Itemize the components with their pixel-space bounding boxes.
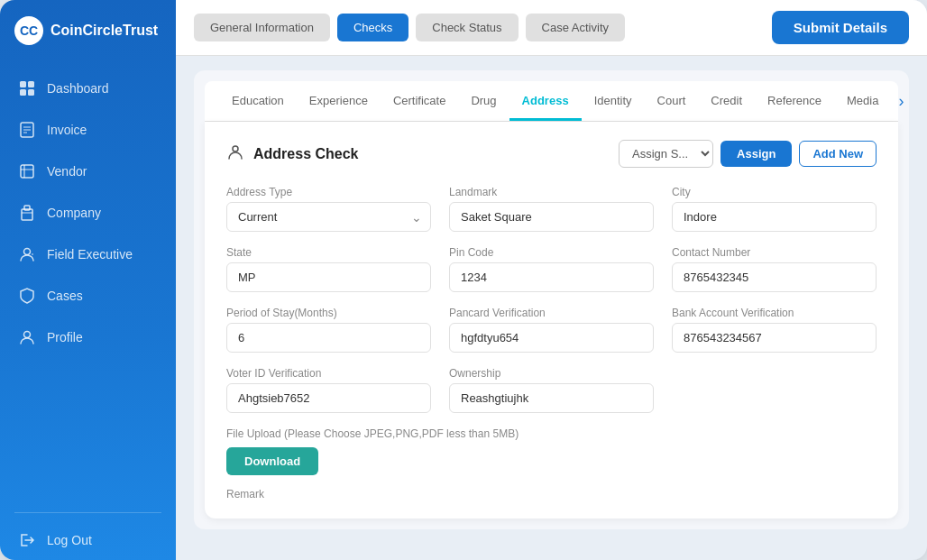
contact-number-input[interactable]	[672, 262, 877, 292]
address-type-arrow: ⌄	[411, 210, 422, 225]
page-area: Education Experience Certificate Drug Ad…	[176, 56, 927, 560]
tab-address[interactable]: Address	[509, 81, 582, 121]
pancard-verification-group: Pancard Verification	[449, 307, 654, 353]
svg-rect-8	[21, 165, 33, 178]
sidebar-item-label: Company	[47, 206, 101, 220]
sidebar-item-label: Invoice	[47, 123, 87, 137]
ownership-input[interactable]	[449, 383, 654, 413]
assign-select[interactable]: Assign S... Self Agent 1 Agent 2	[619, 140, 713, 168]
state-group: State	[226, 246, 431, 292]
sidebar: CC CoinCircleTrust Dashboard Invoice	[0, 0, 176, 560]
tab-experience[interactable]: Experience	[297, 81, 381, 121]
sidebar-item-field-executive[interactable]: Field Executive	[0, 234, 176, 274]
city-input[interactable]	[672, 202, 877, 232]
tab-reference[interactable]: Reference	[755, 81, 834, 121]
field-executive-icon	[18, 245, 36, 263]
pin-code-input[interactable]	[449, 262, 654, 292]
svg-point-14	[24, 249, 31, 255]
voter-id-verification-label: Voter ID Verification	[226, 367, 431, 380]
ownership-group: Ownership	[449, 367, 654, 413]
svg-rect-12	[24, 206, 30, 210]
pancard-verification-input[interactable]	[449, 323, 654, 353]
add-new-button[interactable]: Add New	[799, 141, 877, 167]
tab-check-status[interactable]: Check Status	[416, 14, 518, 41]
sidebar-item-label: Field Executive	[47, 247, 133, 262]
tab-checks[interactable]: Checks	[337, 14, 408, 41]
svg-rect-1	[28, 81, 34, 87]
svg-point-16	[24, 332, 31, 338]
profile-icon	[18, 328, 36, 346]
city-group: City	[672, 186, 877, 232]
sidebar-item-cases[interactable]: Cases	[0, 276, 176, 316]
checks-card-container: Education Experience Certificate Drug Ad…	[194, 70, 909, 529]
sidebar-item-vendor[interactable]: Vendor	[0, 151, 176, 191]
vendor-icon	[18, 162, 36, 180]
form-header: Address Check Assign S... Self Agent 1 A…	[226, 140, 877, 168]
sidebar-item-invoice[interactable]: Invoice	[0, 110, 176, 150]
chevron-right-button[interactable]: ›	[891, 88, 911, 115]
submit-details-button[interactable]: Submit Details	[772, 11, 909, 44]
tab-media[interactable]: Media	[834, 81, 891, 121]
invoice-icon	[18, 121, 36, 139]
pin-code-group: Pin Code	[449, 246, 654, 292]
contact-number-group: Contact Number	[672, 246, 877, 292]
sidebar-nav: Dashboard Invoice Vendor Company	[0, 61, 176, 505]
landmark-group: Landmark	[449, 186, 654, 232]
cases-icon	[18, 287, 36, 305]
form-card: Address Check Assign S... Self Agent 1 A…	[205, 122, 898, 519]
logout-label: Log Out	[47, 533, 92, 547]
logo-icon: CC	[14, 16, 43, 45]
sidebar-item-profile[interactable]: Profile	[0, 317, 176, 357]
main-content: General Information Checks Check Status …	[176, 0, 927, 560]
tab-identity[interactable]: Identity	[582, 81, 645, 121]
company-icon	[18, 204, 36, 222]
pancard-verification-label: Pancard Verification	[449, 307, 654, 319]
tab-court[interactable]: Court	[645, 81, 699, 121]
file-upload-label: File Upload (Please Choose JPEG,PNG,PDF …	[226, 427, 877, 440]
pin-code-label: Pin Code	[449, 246, 654, 259]
address-type-label: Address Type	[226, 186, 431, 198]
sidebar-item-dashboard[interactable]: Dashboard	[0, 69, 176, 108]
assign-button[interactable]: Assign	[720, 141, 792, 167]
remark-section: Remark	[226, 488, 877, 500]
contact-number-label: Contact Number	[672, 246, 877, 259]
bank-account-verification-group: Bank Account Verification	[672, 307, 877, 353]
check-tabs: Education Experience Certificate Drug Ad…	[205, 81, 898, 122]
state-label: State	[226, 246, 431, 259]
bank-account-verification-input[interactable]	[672, 323, 877, 353]
state-input[interactable]	[226, 262, 431, 292]
voter-id-verification-input[interactable]	[226, 383, 431, 413]
sidebar-item-label: Vendor	[47, 164, 87, 179]
sidebar-item-label: Dashboard	[47, 81, 109, 96]
sidebar-item-company[interactable]: Company	[0, 193, 176, 233]
form-fields: Address Type Current ⌄ Landmark	[226, 186, 877, 413]
address-type-display[interactable]: Current ⌄	[226, 202, 431, 232]
tab-general-information[interactable]: General Information	[194, 14, 330, 41]
voter-id-verification-group: Voter ID Verification	[226, 367, 431, 413]
period-of-stay-group: Period of Stay(Months)	[226, 307, 431, 353]
tab-certificate[interactable]: Certificate	[381, 81, 459, 121]
address-check-icon	[226, 142, 244, 165]
tab-credit[interactable]: Credit	[698, 81, 755, 121]
tab-education[interactable]: Education	[219, 81, 297, 121]
tab-case-activity[interactable]: Case Activity	[526, 14, 625, 41]
download-button[interactable]: Download	[226, 447, 318, 475]
dashboard-icon	[18, 79, 36, 97]
tab-drug[interactable]: Drug	[458, 81, 509, 121]
address-type-group: Address Type Current ⌄	[226, 186, 431, 232]
landmark-label: Landmark	[449, 186, 654, 198]
form-title-text: Address Check	[253, 146, 359, 162]
topbar: General Information Checks Check Status …	[176, 0, 927, 56]
landmark-input[interactable]	[449, 202, 654, 232]
file-upload-section: File Upload (Please Choose JPEG,PNG,PDF …	[226, 427, 877, 475]
sidebar-logo: CC CoinCircleTrust	[0, 0, 176, 61]
sidebar-item-label: Cases	[47, 289, 83, 303]
period-of-stay-label: Period of Stay(Months)	[226, 307, 431, 319]
topbar-tabs: General Information Checks Check Status …	[194, 14, 625, 41]
address-type-value: Current	[238, 210, 277, 224]
svg-point-17	[233, 146, 238, 151]
svg-rect-11	[22, 209, 32, 220]
sidebar-item-label: Profile	[47, 330, 83, 344]
logout-button[interactable]: Log Out	[0, 520, 176, 560]
period-of-stay-input[interactable]	[226, 323, 431, 353]
